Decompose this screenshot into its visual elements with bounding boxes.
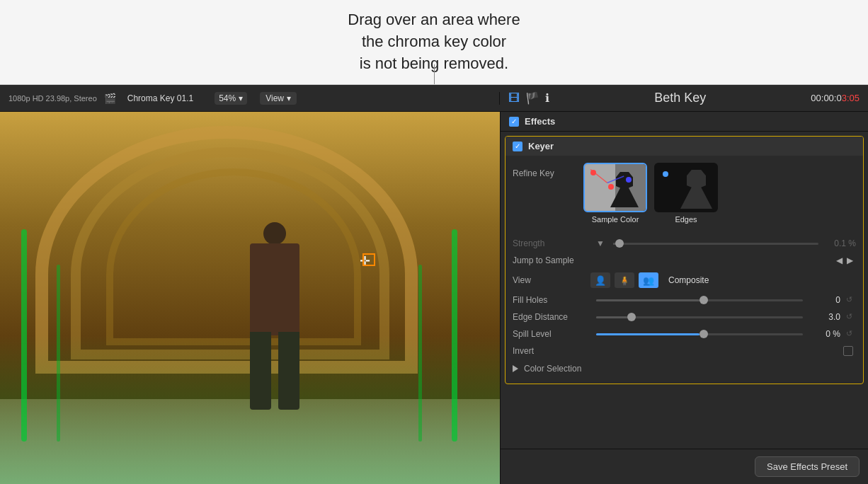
- spill-level-value: 0 %: [809, 329, 840, 339]
- tooltip-pointer-line: [434, 64, 435, 84]
- spill-level-fill: [596, 333, 699, 335]
- fill-holes-slider[interactable]: [596, 299, 803, 301]
- tooltip-line1: Drag over an area where: [348, 11, 520, 28]
- edge-distance-slider[interactable]: [596, 316, 803, 318]
- invert-checkbox[interactable]: [843, 346, 853, 356]
- bottom-bar: Save Effects Preset: [501, 449, 868, 484]
- effects-section: ✓ Effects ✓ Keyer Refine Key: [501, 112, 868, 449]
- jump-to-sample-row: Jump to Sample ◀ ▶: [513, 252, 856, 269]
- edge-distance-value: 3.0: [809, 312, 840, 322]
- color-selection-label: Color Selection: [524, 364, 581, 374]
- sample-color-container: Sample Color: [583, 163, 647, 224]
- effects-checkbox[interactable]: ✓: [509, 117, 519, 127]
- view-row-label: View: [513, 275, 590, 285]
- keyer-title: Keyer: [528, 141, 554, 151]
- person-leg-right: [278, 332, 299, 410]
- green-bar-right: [452, 229, 457, 442]
- spill-level-reset[interactable]: ↺: [846, 329, 856, 339]
- view-option-1[interactable]: 👤: [590, 272, 610, 288]
- video-preview[interactable]: ✛ ⊡ ⊹ ⊚ ▶ 00:00:01:09 ⤢: [0, 112, 500, 484]
- strength-icon: ▼: [596, 238, 605, 248]
- edges-silhouette: [680, 170, 712, 209]
- content-area: ✛ ⊡ ⊹ ⊚ ▶ 00:00:01:09 ⤢: [0, 112, 868, 484]
- zoom-level: 54%: [219, 93, 236, 103]
- green-bar-left2: [57, 265, 60, 442]
- main-container: 1080p HD 23.98p, Stereo 🎬 Chroma Key 01.…: [0, 85, 868, 484]
- sample-color-label: Sample Color: [592, 215, 639, 224]
- header-left: 1080p HD 23.98p, Stereo 🎬 Chroma Key 01.…: [0, 92, 500, 105]
- svg-line-1: [607, 176, 624, 183]
- save-effects-preset-button[interactable]: Save Effects Preset: [755, 456, 860, 477]
- jump-arrows: ◀ ▶: [836, 255, 856, 265]
- spill-level-slider[interactable]: [596, 333, 803, 335]
- edge-distance-thumb: [627, 313, 636, 321]
- fill-holes-label: Fill Holes: [513, 295, 590, 305]
- jump-next[interactable]: ▶: [847, 255, 853, 265]
- tooltip-area: Drag over an area where the chroma key c…: [0, 0, 868, 85]
- view-row: View 👤 🧍 👥 Composite: [513, 269, 856, 292]
- clapper-icon: 🎬: [104, 93, 116, 104]
- person-leg-left: [250, 332, 271, 410]
- view-option-2[interactable]: 🧍: [615, 272, 634, 288]
- jump-prev[interactable]: ◀: [836, 255, 843, 265]
- keyer-section: ✓ Keyer Refine Key: [505, 136, 864, 384]
- refine-thumbnails: Sample Color Edges: [583, 163, 718, 224]
- header-timecode: 00:00:03:05: [811, 93, 860, 103]
- svg-line-0: [590, 170, 607, 183]
- timecode-end: 3:05: [842, 93, 860, 103]
- view-option-3[interactable]: 👥: [639, 272, 658, 288]
- flag-icon[interactable]: 🏴: [525, 91, 539, 105]
- edge-distance-label: Edge Distance: [513, 312, 590, 322]
- timecode-start: 00:00:0: [811, 93, 841, 103]
- person-body: [250, 243, 299, 335]
- edges-container: Edges: [654, 163, 718, 224]
- fill-holes-reset[interactable]: ↺: [846, 295, 856, 305]
- invert-label: Invert: [513, 346, 590, 356]
- jump-label: Jump to Sample: [513, 255, 590, 265]
- strength-value: 0.1 %: [824, 238, 856, 248]
- edge-dot: [663, 171, 668, 177]
- effects-title: Effects: [525, 116, 555, 127]
- view-dropdown-icon: ▾: [287, 93, 291, 103]
- edge-distance-fill: [596, 316, 627, 318]
- color-selection-expand-icon: [513, 365, 518, 372]
- person-figure: [239, 222, 310, 413]
- info-icon[interactable]: ℹ: [545, 91, 549, 105]
- green-bar-right2: [418, 265, 422, 442]
- panel-title: Beth Key: [555, 91, 805, 105]
- header-right: 🎞 🏴 ℹ Beth Key 00:00:03:05: [500, 91, 868, 105]
- edges-label: Edges: [675, 215, 697, 224]
- zoom-control[interactable]: 54% ▾: [215, 92, 247, 105]
- strength-row: Strength ▼ 0.1 %: [513, 235, 856, 252]
- clip-info: 1080p HD 23.98p, Stereo: [8, 94, 97, 103]
- clip-name: Chroma Key 01.1: [127, 93, 193, 103]
- fill-holes-fill: [596, 299, 699, 301]
- refine-key-row: Refine Key: [513, 163, 856, 224]
- spill-level-thumb: [699, 330, 708, 338]
- spill-level-row: Spill Level 0 % ↺: [513, 325, 856, 342]
- view-label: View: [265, 93, 284, 103]
- panel-icons: 🎞 🏴 ℹ: [508, 91, 549, 105]
- sample-color-thumb[interactable]: [583, 163, 647, 212]
- green-bar-left: [21, 229, 27, 442]
- fill-holes-value: 0: [809, 295, 840, 305]
- fill-holes-row: Fill Holes 0 ↺: [513, 292, 856, 309]
- strength-label: Strength: [513, 238, 590, 248]
- film-icon[interactable]: 🎞: [508, 92, 520, 105]
- invert-row: Invert: [513, 342, 856, 359]
- edge-distance-reset[interactable]: ↺: [846, 312, 856, 322]
- edges-thumb[interactable]: [654, 163, 718, 212]
- strength-slider[interactable]: [613, 243, 818, 245]
- view-options: 👤 🧍 👥 Composite: [590, 272, 709, 288]
- keyer-checkbox[interactable]: ✓: [513, 142, 522, 151]
- header-bar: 1080p HD 23.98p, Stereo 🎬 Chroma Key 01.…: [0, 85, 868, 112]
- selection-box: [362, 253, 375, 266]
- effects-header: ✓ Effects: [501, 112, 868, 132]
- edge-distance-row: Edge Distance 3.0 ↺: [513, 309, 856, 325]
- refine-key-label: Refine Key: [513, 163, 576, 178]
- view-control[interactable]: View ▾: [260, 92, 297, 105]
- right-panel: ✓ Effects ✓ Keyer Refine Key: [500, 112, 868, 484]
- color-selection-row[interactable]: Color Selection: [513, 359, 856, 376]
- sample-lines-svg: [585, 164, 646, 211]
- strength-thumb: [615, 239, 624, 248]
